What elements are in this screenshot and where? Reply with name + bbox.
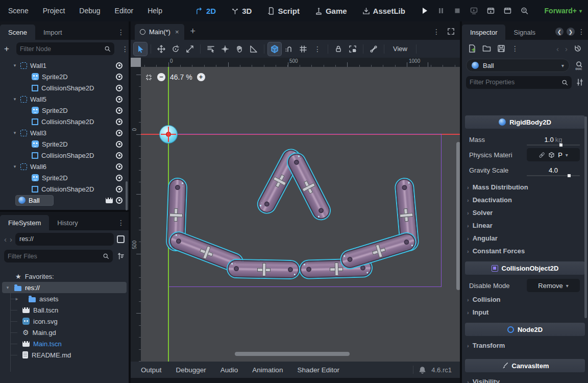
bottom-tab-audio[interactable]: Audio bbox=[213, 366, 246, 374]
add-node-button[interactable]: + bbox=[4, 44, 9, 53]
visibility-icon[interactable] bbox=[116, 197, 122, 204]
group-collision[interactable]: ›Collision bbox=[462, 293, 588, 306]
toggle-3d-preview-button[interactable] bbox=[268, 42, 281, 56]
group-constant-forces[interactable]: ›Constant Forces bbox=[462, 245, 588, 257]
scene-node-sprite2d[interactable]: Sprite2D bbox=[0, 172, 129, 183]
edit-history-icon[interactable] bbox=[574, 44, 582, 53]
scene-node-wall1[interactable]: ▾Wall1 bbox=[0, 60, 129, 71]
inspector-scrollbar[interactable] bbox=[584, 116, 587, 318]
tab-filesystem[interactable]: FileSystem bbox=[0, 215, 49, 230]
smart-snap-button[interactable] bbox=[282, 42, 296, 56]
bottom-tab-animation[interactable]: Animation bbox=[245, 366, 290, 374]
canvas-2d[interactable]: − 46.7 % + bbox=[141, 67, 460, 362]
profiler-icon[interactable] bbox=[520, 7, 529, 15]
menu-help[interactable]: Help bbox=[148, 7, 162, 15]
zoom-percentage[interactable]: 46.7 % bbox=[170, 73, 192, 81]
move-gizmo[interactable] bbox=[301, 178, 317, 195]
menu-scene[interactable]: Scene bbox=[8, 7, 29, 15]
fs-assets-folder[interactable]: ▸assets bbox=[0, 293, 129, 304]
group-linear[interactable]: ›Linear bbox=[462, 219, 588, 232]
scene-tree-scrollbar[interactable] bbox=[126, 181, 128, 210]
gravity-scale-slider[interactable] bbox=[527, 175, 580, 176]
group-transform[interactable]: ›Transform bbox=[462, 339, 588, 352]
open-instance-icon[interactable] bbox=[106, 198, 113, 203]
scene-node-wall3[interactable]: ▾Wall3 bbox=[0, 127, 129, 138]
movie-maker-button[interactable] bbox=[503, 7, 512, 15]
visibility-icon[interactable] bbox=[116, 186, 122, 193]
new-scene-tab-button[interactable]: + bbox=[190, 26, 196, 37]
expand-viewport-icon[interactable] bbox=[447, 28, 455, 35]
edited-node-selector[interactable]: Ball ▾ bbox=[466, 59, 570, 72]
remote-debug-icon[interactable] bbox=[470, 7, 478, 15]
move-gizmo[interactable] bbox=[271, 173, 287, 189]
grid-snap-button[interactable] bbox=[297, 42, 310, 56]
load-resource-button[interactable] bbox=[482, 44, 491, 53]
tab-list-menu-icon[interactable]: ⋮ bbox=[433, 28, 440, 35]
play-button[interactable] bbox=[421, 7, 429, 15]
stop-button[interactable] bbox=[453, 7, 461, 15]
new-resource-button[interactable] bbox=[468, 44, 476, 53]
pivot-mode-button[interactable] bbox=[218, 42, 232, 56]
expand-icon[interactable]: ▸ bbox=[14, 296, 19, 301]
mass-spinbox[interactable]: 1.0 kg bbox=[527, 133, 580, 146]
tab-signals[interactable]: Signals bbox=[505, 25, 544, 40]
menu-editor[interactable]: Editor bbox=[115, 7, 134, 15]
bottom-tab-shader-editor[interactable]: Shader Editor bbox=[290, 366, 347, 374]
workspace-game-button[interactable]: Game bbox=[315, 7, 347, 15]
nav-back-icon[interactable]: ‹ bbox=[4, 235, 7, 244]
scene-node-wall5[interactable]: ▾Wall5 bbox=[0, 93, 129, 105]
fs-favorites[interactable]: ★Favorites: bbox=[0, 271, 129, 282]
scene-node-sprite2d[interactable]: Sprite2D bbox=[0, 138, 129, 150]
group-selected-button[interactable] bbox=[346, 42, 359, 56]
fs-main-gd[interactable]: ⚙Main.gd bbox=[0, 327, 129, 338]
gravity-scale-spinbox[interactable]: 4.0 bbox=[527, 163, 580, 177]
visibility-icon[interactable] bbox=[116, 130, 122, 136]
visibility-icon[interactable] bbox=[116, 163, 122, 170]
filter-files-input[interactable] bbox=[8, 253, 101, 260]
engine-version[interactable]: 4.6.rc1 bbox=[431, 366, 452, 374]
zoom-out-button[interactable]: − bbox=[157, 73, 165, 81]
category-collisionobject2d[interactable]: CollisionObject2D bbox=[465, 261, 585, 275]
fs-ball-tscn[interactable]: Ball.tscn bbox=[0, 304, 129, 316]
move-gizmo[interactable] bbox=[400, 208, 413, 221]
tab-scene[interactable]: Scene bbox=[0, 25, 35, 40]
menu-debug[interactable]: Debug bbox=[79, 7, 100, 15]
scene-node-wall6[interactable]: ▾Wall6 bbox=[0, 161, 129, 172]
fs-icon-svg[interactable]: icon.svg bbox=[0, 316, 129, 327]
move-gizmo[interactable] bbox=[257, 263, 270, 275]
prev-tab-button[interactable]: ❮ bbox=[555, 28, 564, 36]
scene-node-collisionshape2d[interactable]: CollisionShape2D bbox=[0, 82, 129, 93]
property-tools-icon[interactable] bbox=[576, 78, 584, 86]
resource-menu-icon[interactable]: ⋮ bbox=[511, 45, 519, 52]
visibility-icon[interactable] bbox=[116, 141, 122, 148]
run-movie-button[interactable] bbox=[486, 7, 495, 15]
group-angular[interactable]: ›Angular bbox=[462, 232, 588, 245]
physics-material-resource[interactable]: P ▾ bbox=[527, 148, 580, 161]
collapse-icon[interactable]: ▾ bbox=[12, 164, 17, 169]
filter-node-input[interactable] bbox=[20, 45, 102, 53]
workspace-script-button[interactable]: Script bbox=[267, 7, 300, 15]
collapse-icon[interactable]: ▾ bbox=[5, 285, 10, 290]
canvas-vertical-scrollbar[interactable] bbox=[456, 142, 460, 290]
lock-selected-button[interactable] bbox=[332, 42, 345, 56]
move-gizmo[interactable] bbox=[371, 243, 386, 258]
tab-import[interactable]: Import bbox=[35, 25, 70, 40]
workspace-3d-button[interactable]: 3D bbox=[231, 7, 252, 15]
visibility-icon[interactable] bbox=[116, 152, 122, 159]
workspace-2d-button[interactable]: 2D bbox=[195, 7, 216, 15]
visibility-icon[interactable] bbox=[116, 96, 122, 103]
fs-main-tscn[interactable]: Main.tscn bbox=[0, 338, 129, 349]
tab-main-scene[interactable]: Main(*) × bbox=[135, 24, 184, 40]
ball-node-sprite[interactable] bbox=[160, 126, 177, 143]
visibility-icon[interactable] bbox=[116, 118, 122, 125]
group-mass-distribution[interactable]: ›Mass Distribution bbox=[462, 181, 588, 194]
scale-mode-button[interactable] bbox=[183, 42, 197, 56]
scene-tree-menu-icon[interactable]: ⋮ bbox=[121, 45, 129, 53]
menu-project[interactable]: Project bbox=[43, 7, 65, 15]
mass-slider[interactable] bbox=[527, 145, 580, 146]
collapse-icon[interactable]: ▾ bbox=[12, 97, 17, 102]
scene-node-ball-selected[interactable]: Ball bbox=[0, 195, 129, 206]
move-gizmo[interactable] bbox=[198, 244, 214, 259]
pan-mode-button[interactable] bbox=[233, 42, 246, 56]
view-menu-button[interactable]: View bbox=[388, 45, 412, 53]
